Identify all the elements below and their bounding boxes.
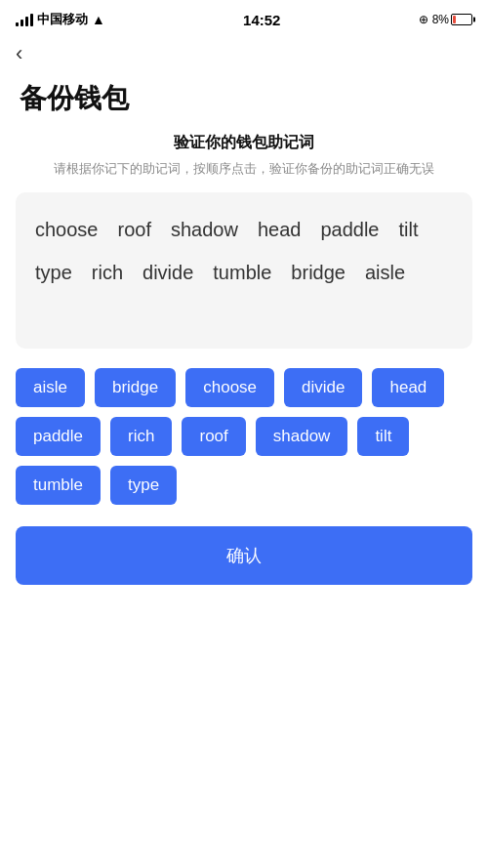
battery-percent: 8% — [432, 13, 449, 26]
word-chip[interactable]: roof — [182, 417, 245, 456]
confirm-button-wrap: 确认 — [16, 526, 472, 585]
display-word: bridge — [291, 255, 346, 290]
status-right: ⊕ 8% — [419, 13, 472, 26]
confirm-button[interactable]: 确认 — [16, 526, 472, 585]
section-description: 请根据你记下的助记词，按顺序点击，验证你备份的助记词正确无误 — [0, 159, 488, 179]
chips-grid: aislebridgechoosedivideheadpaddlerichroo… — [16, 368, 472, 505]
word-display-inner: chooseroofshadowheadpaddletilttyperichdi… — [35, 212, 453, 290]
display-word: roof — [118, 212, 151, 247]
battery-icon — [451, 14, 472, 25]
battery-fill — [453, 16, 456, 23]
display-word: choose — [35, 212, 99, 247]
word-chip[interactable]: shadow — [256, 417, 348, 456]
display-word: type — [35, 255, 72, 290]
location-icon: ⊕ — [419, 13, 428, 26]
clock: 14:52 — [243, 12, 280, 28]
word-display-box: chooseroofshadowheadpaddletilttyperichdi… — [16, 192, 472, 349]
display-word: shadow — [171, 212, 238, 247]
display-word: divide — [142, 255, 193, 290]
word-chip[interactable]: tumble — [16, 466, 101, 505]
word-chip[interactable]: type — [110, 466, 177, 505]
display-word: tilt — [398, 212, 418, 247]
display-word: tumble — [213, 255, 271, 290]
signal-icon — [16, 13, 33, 26]
status-left: 中国移动 ▲ — [16, 11, 105, 28]
nav-bar: ‹ — [0, 35, 488, 72]
display-word: rich — [92, 255, 123, 290]
word-chip[interactable]: paddle — [16, 417, 101, 456]
word-chip[interactable]: divide — [284, 368, 362, 407]
word-chip[interactable]: bridge — [95, 368, 176, 407]
battery: 8% — [432, 13, 472, 26]
page-title: 备份钱包 — [0, 72, 488, 133]
word-chips-section: aislebridgechoosedivideheadpaddlerichroo… — [16, 368, 472, 505]
word-chip[interactable]: aisle — [16, 368, 85, 407]
display-word: aisle — [365, 255, 405, 290]
wifi-icon: ▲ — [92, 12, 105, 27]
status-bar: 中国移动 ▲ 14:52 ⊕ 8% — [0, 0, 488, 35]
word-chip[interactable]: choose — [185, 368, 274, 407]
carrier-label: 中国移动 — [37, 11, 88, 28]
back-button[interactable]: ‹ — [16, 43, 22, 64]
word-chip[interactable]: head — [372, 368, 444, 407]
word-chip[interactable]: tilt — [357, 417, 409, 456]
display-word: head — [258, 212, 302, 247]
word-chip[interactable]: rich — [110, 417, 172, 456]
display-word: paddle — [320, 212, 379, 247]
section-heading: 验证你的钱包助记词 — [0, 133, 488, 153]
